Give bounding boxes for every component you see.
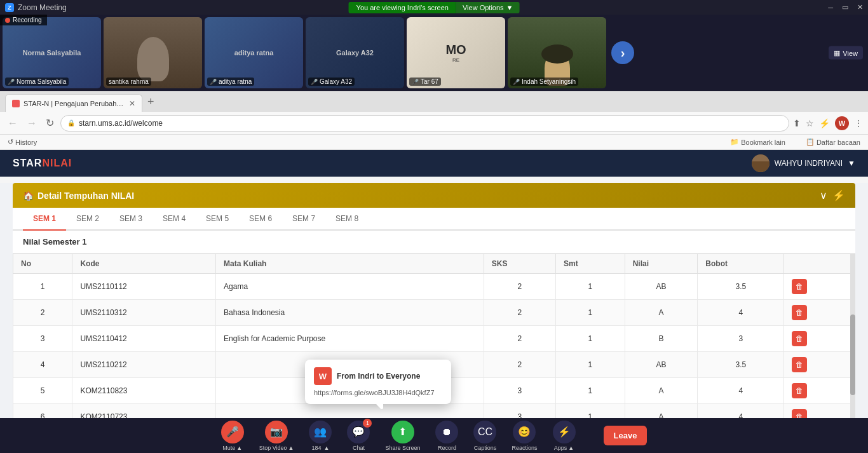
cell-smt: 1	[556, 326, 625, 352]
chat-button[interactable]: 💬 1 Chat	[347, 421, 370, 451]
leave-button[interactable]: Leave	[604, 426, 648, 445]
tab-sem1[interactable]: SEM 1	[23, 208, 66, 231]
video-icon-btn: 📷	[265, 421, 288, 443]
close-button[interactable]: ✕	[857, 3, 863, 11]
apps-button[interactable]: ⚡ Apps ▲	[553, 421, 576, 451]
tab-favicon	[12, 100, 20, 107]
semester-tabs: SEM 1 SEM 2 SEM 3 SEM 4 SEM 5 SEM 6 SEM …	[13, 208, 855, 231]
more-options-icon[interactable]: ⋮	[854, 118, 863, 128]
cell-sks: 2	[484, 326, 555, 352]
titlebar-left: Z Zoom Meeting	[5, 3, 67, 12]
folder-icon: 📁	[730, 138, 739, 146]
stop-video-button[interactable]: 📷 Stop Video ▲	[259, 421, 294, 451]
col-nilai: Nilai	[625, 254, 698, 274]
cell-no: 1	[13, 274, 72, 300]
tab-sem3[interactable]: SEM 3	[109, 208, 153, 231]
mute-icon: 🎤	[210, 79, 217, 85]
col-no: No	[13, 254, 72, 274]
captions-button[interactable]: CC Captions	[473, 421, 496, 451]
reload-button[interactable]: ↻	[43, 116, 57, 130]
browser-tab-active[interactable]: STAR-N | Pengajuan Perubahan N... ✕	[5, 94, 142, 112]
bookmark-folder[interactable]: 📁 Bookmark lain	[730, 138, 785, 146]
cell-action: 🗑	[784, 300, 855, 326]
back-button[interactable]: ←	[5, 116, 20, 130]
recording-dot	[5, 18, 10, 23]
more-participants-button[interactable]: ›	[611, 41, 634, 64]
delete-button[interactable]: 🗑	[792, 357, 807, 372]
cell-smt: 1	[556, 300, 625, 326]
forward-button[interactable]: →	[24, 116, 39, 130]
chat-notification: W From Indri to Everyone https://forms.g…	[305, 360, 451, 404]
tab-sem5[interactable]: SEM 5	[196, 208, 239, 231]
cell-nilai: AB	[625, 352, 698, 378]
tab-sem7[interactable]: SEM 7	[282, 208, 325, 231]
table-row: 3 UMS2110412 English for Academic Purpos…	[13, 326, 855, 352]
browser-chrome: STAR-N | Pengajuan Perubahan N... ✕ + ← …	[0, 91, 868, 150]
delete-button[interactable]: 🗑	[792, 383, 807, 398]
cell-nilai: B	[625, 326, 698, 352]
zoom-titlebar: Z Zoom Meeting You are viewing Indri's s…	[0, 0, 868, 15]
browser-tab-bar: STAR-N | Pengajuan Perubahan N... ✕ +	[0, 91, 868, 112]
tab-sem4[interactable]: SEM 4	[153, 208, 196, 231]
share-screen-button[interactable]: ⬆ Share Screen	[385, 421, 420, 451]
participant-name-overlay: 🎤 Norma Salsyabila	[5, 78, 69, 86]
mute-button[interactable]: 🎤 Mute ▲	[221, 421, 244, 451]
tab-close-button[interactable]: ✕	[129, 99, 135, 108]
extensions-icon[interactable]: ⚡	[819, 118, 830, 128]
cell-mata-kuliah: Bahasa Indonesia	[216, 300, 484, 326]
participant-tile: MO RE 🎤 Tar 67	[407, 17, 505, 88]
address-bar[interactable]: 🔒 starn.ums.ac.id/welcome	[60, 115, 789, 132]
share-icon[interactable]: ⬆	[793, 118, 801, 128]
scrollbar-thumb[interactable]	[850, 314, 855, 396]
participant-name-overlay: 🎤 Indah Setyaningsih	[510, 78, 578, 86]
cell-sks: 3	[484, 378, 555, 404]
col-sks: SKS	[484, 254, 555, 274]
record-icon: ⏺	[435, 421, 458, 443]
delete-button[interactable]: 🗑	[792, 305, 807, 320]
viewing-banner: You are viewing Indri's screen	[349, 2, 456, 13]
browser-profile-button[interactable]: W	[835, 116, 849, 130]
collapse-icon[interactable]: ∨	[820, 189, 827, 201]
col-mata-kuliah: Mata Kuliah	[216, 254, 484, 274]
mute-icon: 🎤	[8, 79, 15, 85]
col-smt: Smt	[556, 254, 625, 274]
new-tab-button[interactable]: +	[142, 95, 159, 109]
chat-notification-header: W From Indri to Everyone	[314, 367, 442, 385]
cell-kode: KOM2110823	[72, 378, 216, 404]
view-options-button[interactable]: View Options ▼	[456, 2, 520, 13]
cell-smt: 1	[556, 352, 625, 378]
cell-smt: 1	[556, 378, 625, 404]
record-button[interactable]: ⏺ Record	[435, 421, 458, 451]
tab-sem6[interactable]: SEM 6	[239, 208, 282, 231]
star-nilai-header: STAR NILAI WAHYU INDRIYANI ▼	[0, 150, 868, 177]
reading-list[interactable]: 📋 Daftar bacaan	[806, 138, 860, 146]
section-title: 🏠 Detail Tempuhan NILAI	[23, 191, 134, 201]
chat-link-text[interactable]: https://forms.gle/swoBJU3J8H4dQkfZ7	[314, 389, 442, 396]
cell-no: 3	[13, 326, 72, 352]
view-button[interactable]: ▦ View	[829, 46, 863, 60]
zoom-logo: Z	[5, 3, 14, 12]
cell-action: 🗑	[784, 378, 855, 404]
history-bookmark[interactable]: ↺ History	[8, 138, 37, 146]
cell-smt: 1	[556, 274, 625, 300]
cell-no: 4	[13, 352, 72, 378]
scrollbar-track[interactable]	[850, 254, 855, 428]
minimize-button[interactable]: ─	[828, 4, 833, 11]
participants-button[interactable]: 👥 184 ▲	[309, 421, 332, 451]
participant-tile: Norma Salsyabila 🎤 Norma Salsyabila	[3, 17, 101, 88]
reading-list-icon: 📋	[806, 138, 815, 146]
reactions-button[interactable]: 😊 Reactions	[512, 421, 537, 451]
expand-icon[interactable]: ⚡	[832, 189, 845, 201]
delete-button[interactable]: 🗑	[792, 279, 807, 294]
lock-icon: 🔒	[67, 119, 75, 126]
participant-tile: Galaxy A32 🎤 Galaxy A32	[306, 17, 404, 88]
cell-mata-kuliah: Agama	[216, 274, 484, 300]
tab-sem8[interactable]: SEM 8	[325, 208, 369, 231]
maximize-button[interactable]: ▭	[842, 3, 848, 11]
user-menu[interactable]: WAHYU INDRIYANI ▼	[752, 154, 855, 172]
bookmark-star-icon[interactable]: ☆	[806, 118, 814, 128]
history-icon: ↺	[8, 138, 13, 146]
delete-button[interactable]: 🗑	[792, 331, 807, 346]
cell-bobot: 4	[698, 378, 784, 404]
tab-sem2[interactable]: SEM 2	[66, 208, 109, 231]
